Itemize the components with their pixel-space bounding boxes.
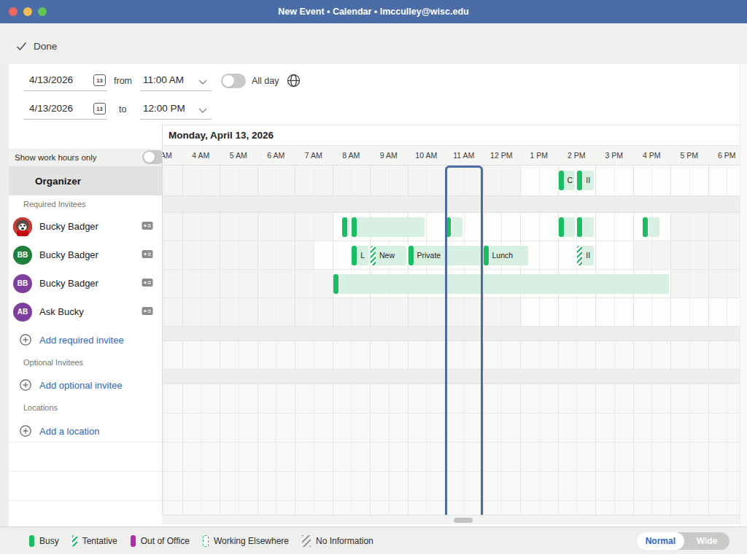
gridline <box>370 472 371 500</box>
gridline <box>295 270 295 298</box>
gridline <box>539 501 540 515</box>
gridline <box>276 443 276 471</box>
add-location-label: Add a location <box>39 426 99 437</box>
hour-label: 4 PM <box>633 146 671 165</box>
add-optional-invitee-button[interactable]: Add optional invitee <box>9 375 162 395</box>
timezone-globe-icon[interactable] <box>287 74 301 88</box>
gridline <box>314 298 314 326</box>
gridline <box>501 384 502 413</box>
organizer-row[interactable]: Organizer <box>9 166 162 195</box>
gridline <box>201 472 201 500</box>
gridline <box>520 166 521 195</box>
done-button[interactable]: Done <box>16 36 57 55</box>
gridline <box>483 384 484 413</box>
gridline <box>333 341 333 369</box>
gridline <box>351 472 352 500</box>
invitee-row-bucky-badger[interactable]: BBBucky Badger <box>9 241 162 269</box>
done-label: Done <box>34 41 57 52</box>
hour-label: 3 PM <box>595 146 633 165</box>
vertical-scroll-area[interactable] <box>740 64 747 526</box>
start-date-picker-icon[interactable]: 13 <box>93 74 106 86</box>
hour-label: 11 AM <box>445 146 483 165</box>
invitee-row-ask-bucky[interactable]: ABAsk Bucky <box>9 298 162 326</box>
gridline <box>520 298 521 326</box>
gridline <box>727 413 727 442</box>
gridline <box>689 384 690 413</box>
gridline <box>614 443 615 471</box>
gridline <box>163 298 164 326</box>
checkmark-icon <box>16 42 27 51</box>
busy-legend-icon <box>29 535 34 547</box>
gridline <box>501 341 502 369</box>
plus-circle-icon <box>20 334 31 346</box>
end-time-underline <box>140 119 212 120</box>
required-invitees-section-label: Required Invitees <box>23 200 86 209</box>
window-left-margin <box>0 64 9 526</box>
gridline <box>651 341 652 369</box>
gridline <box>258 384 258 413</box>
hour-label: 1 PM <box>520 146 558 165</box>
hour-label: 8 AM <box>333 146 371 165</box>
gridline <box>220 413 220 442</box>
end-time-chevron-down-icon[interactable] <box>198 108 207 113</box>
horizontal-scrollbar-thumb[interactable] <box>454 518 473 523</box>
start-date-field[interactable]: 4/13/2026 <box>29 74 73 85</box>
gridline <box>295 166 295 195</box>
gridline <box>595 384 596 413</box>
start-time-chevron-down-icon[interactable] <box>198 79 207 85</box>
horizontal-scrollbar[interactable] <box>162 515 740 524</box>
from-label: from <box>114 76 132 86</box>
gridline <box>576 472 577 500</box>
gridline <box>614 501 615 515</box>
add-required-invitee-label: Add required invitee <box>39 335 124 346</box>
gridline <box>727 384 727 413</box>
initials-avatar: BB <box>13 246 32 265</box>
gridline <box>689 241 690 269</box>
end-date-picker-icon[interactable]: 13 <box>93 103 106 114</box>
tentative-bar-icon <box>371 246 376 265</box>
add-location-button[interactable]: Add a location <box>9 421 162 441</box>
invitee-row-bucky-badger[interactable]: BBBucky Badger <box>9 269 162 298</box>
gridline <box>163 443 164 471</box>
contact-card-icon[interactable] <box>142 306 153 319</box>
availability-grid[interactable]: CIILNewPrivateLunchII <box>162 166 740 515</box>
contact-card-icon[interactable] <box>142 277 153 290</box>
event-label: L <box>357 246 368 265</box>
sidebar-divider <box>9 471 162 472</box>
end-date-underline <box>24 119 107 120</box>
view-normal-button[interactable]: Normal <box>637 532 684 550</box>
view-wide-button[interactable]: Wide <box>684 532 729 550</box>
calendar-event <box>342 217 349 237</box>
gridline <box>614 298 615 326</box>
invitee-row-bucky-badger[interactable]: Bucky Badger <box>9 212 162 241</box>
contact-card-icon[interactable] <box>142 249 153 262</box>
gridline <box>483 298 484 326</box>
end-date-field[interactable]: 4/13/2026 <box>29 103 73 114</box>
oof-legend-icon <box>131 535 136 547</box>
legend-item-we: Working Elsewhere <box>203 535 289 547</box>
end-time-field[interactable]: 12:00 PM <box>143 103 185 114</box>
invitee-name: Bucky Badger <box>39 278 142 289</box>
start-time-field[interactable]: 11:00 AM <box>143 74 184 85</box>
add-required-invitee-button[interactable]: Add required invitee <box>9 330 162 350</box>
gridline <box>239 472 239 500</box>
gridline <box>426 413 427 442</box>
gridline <box>258 241 258 269</box>
gridline <box>201 270 201 298</box>
gridline <box>651 298 652 326</box>
initials-avatar: BB <box>13 274 32 293</box>
gridline <box>239 298 239 326</box>
contact-card-icon[interactable] <box>142 220 153 233</box>
tentative-legend-icon <box>72 535 77 547</box>
legend-item-noinfo: No Information <box>302 535 374 547</box>
day-header-label: Monday, April 13, 2026 <box>169 130 274 141</box>
gridline <box>520 341 521 369</box>
selected-time-slot[interactable] <box>445 166 483 515</box>
gridline <box>220 270 220 298</box>
gridline <box>258 501 258 515</box>
all-day-toggle[interactable] <box>221 74 246 88</box>
gridline <box>501 413 502 442</box>
gridline <box>426 298 427 326</box>
gridline <box>220 213 220 241</box>
gridline <box>314 413 314 442</box>
